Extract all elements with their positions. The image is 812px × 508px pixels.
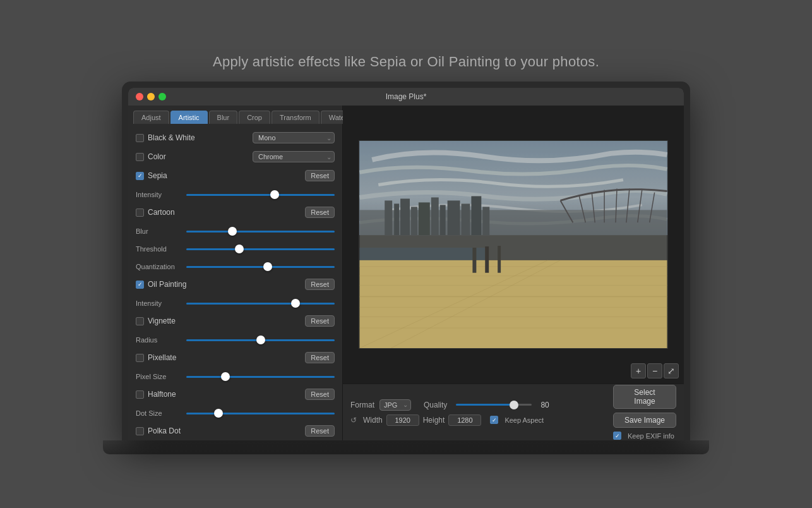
- cartoon-label: Cartoon: [148, 208, 305, 217]
- svg-rect-30: [359, 141, 667, 348]
- right-panel: + − ⤢ Format JPG PNG: [343, 106, 684, 440]
- sepia-intensity-slider[interactable]: [186, 194, 335, 196]
- zoom-fit-button[interactable]: ⤢: [664, 363, 679, 378]
- zoom-out-button[interactable]: −: [647, 363, 662, 378]
- halftone-reset-button[interactable]: Reset: [305, 389, 335, 400]
- oil-painting-intensity-row: Intensity: [136, 296, 335, 311]
- color-dropdown-wrap: Chrome Fade Instant Process Transfer: [253, 151, 335, 162]
- pixellate-reset-button[interactable]: Reset: [305, 352, 335, 363]
- quality-label: Quality: [424, 401, 447, 409]
- quality-value: 80: [540, 401, 553, 409]
- tab-artistic[interactable]: Artistic: [170, 111, 208, 124]
- vignette-checkbox[interactable]: [136, 317, 144, 325]
- black-white-row: Black & White Mono Noir Silver Tonal: [136, 130, 335, 145]
- halftone-label: Halftone: [148, 390, 305, 399]
- tab-transform[interactable]: Transform: [272, 111, 319, 124]
- oil-painting-label: Oil Painting: [148, 280, 305, 289]
- maximize-button[interactable]: [158, 93, 166, 100]
- cartoon-quantization-label: Quantization: [136, 263, 186, 270]
- tabs-bar: Adjust Artistic Blur Crop Transform Wate…: [128, 106, 342, 124]
- laptop-base: [103, 440, 709, 454]
- keep-aspect-checkbox[interactable]: [490, 416, 498, 424]
- height-label: Height: [423, 416, 445, 425]
- vignette-radius-slider[interactable]: [186, 339, 335, 341]
- black-white-checkbox[interactable]: [136, 134, 144, 142]
- polka-dot-checkbox[interactable]: [136, 427, 144, 435]
- vignette-row: Vignette Reset: [136, 313, 335, 329]
- bottom-left-controls: Format JPG PNG TIFF BMP Quality: [350, 399, 607, 426]
- oil-painting-reset-button[interactable]: Reset: [305, 279, 335, 290]
- cartoon-row: Cartoon Reset: [136, 205, 335, 220]
- minimize-button[interactable]: [147, 93, 155, 100]
- keep-exif-label: Keep EXIF info: [628, 432, 674, 440]
- cartoon-checkbox[interactable]: [136, 209, 144, 217]
- halftone-size-row: Dot Size: [136, 406, 335, 421]
- close-button[interactable]: [136, 93, 143, 100]
- pixellate-size-slider[interactable]: [186, 376, 335, 378]
- format-dropdown-wrap: JPG PNG TIFF BMP: [379, 399, 411, 411]
- vignette-radius-row: Radius: [136, 332, 335, 348]
- vignette-label: Vignette: [148, 317, 305, 325]
- black-white-dropdown-wrap: Mono Noir Silver Tonal: [253, 132, 335, 143]
- sepia-intensity-row: Intensity: [136, 187, 335, 202]
- image-area: + − ⤢: [343, 106, 684, 384]
- width-label: Width: [363, 416, 383, 425]
- quality-slider[interactable]: [456, 404, 532, 406]
- oil-painting-checkbox[interactable]: [136, 281, 144, 289]
- keep-exif-row: Keep EXIF info: [613, 432, 674, 440]
- bottom-bar: Format JPG PNG TIFF BMP Quality: [343, 384, 684, 440]
- oil-painting-intensity-slider[interactable]: [186, 303, 335, 305]
- sepia-row: Sepia Reset: [136, 168, 335, 183]
- black-white-dropdown[interactable]: Mono Noir Silver Tonal: [253, 132, 335, 143]
- art-photo: [359, 141, 667, 348]
- keep-aspect-row: Keep Aspect: [490, 416, 544, 424]
- cartoon-threshold-label: Threshold: [136, 245, 186, 253]
- refresh-icon[interactable]: ↺: [350, 416, 357, 425]
- headline: Apply artistic effects like Sepia or Oil…: [213, 54, 599, 70]
- pixellate-row: Pixellate Reset: [136, 350, 335, 365]
- halftone-checkbox[interactable]: [136, 390, 144, 399]
- window-controls: [136, 93, 166, 100]
- save-image-button[interactable]: Save Image: [613, 413, 676, 428]
- color-dropdown[interactable]: Chrome Fade Instant Process Transfer: [253, 151, 335, 162]
- pixellate-size-label: Pixel Size: [136, 373, 186, 380]
- polka-dot-label: Polka Dot: [148, 426, 305, 435]
- laptop-frame: Image Plus* Adjust Artistic Blur Crop Tr…: [122, 82, 690, 440]
- title-bar: Image Plus*: [128, 88, 684, 106]
- window-title: Image Plus*: [386, 92, 427, 101]
- color-row: Color Chrome Fade Instant Process Transf…: [136, 149, 335, 164]
- color-checkbox[interactable]: [136, 153, 144, 161]
- photo-wrapper: [359, 140, 668, 349]
- height-input[interactable]: [448, 414, 481, 426]
- sepia-reset-button[interactable]: Reset: [305, 170, 335, 181]
- oil-painting-row: Oil Painting Reset: [136, 277, 335, 292]
- format-dropdown[interactable]: JPG PNG TIFF BMP: [379, 399, 411, 411]
- sepia-checkbox[interactable]: [136, 172, 144, 180]
- vignette-reset-button[interactable]: Reset: [305, 315, 335, 327]
- polka-dot-row: Polka Dot Reset: [136, 423, 335, 438]
- keep-exif-checkbox[interactable]: [613, 432, 621, 440]
- polka-dot-reset-button[interactable]: Reset: [305, 425, 335, 437]
- cartoon-reset-button[interactable]: Reset: [305, 207, 335, 218]
- cartoon-threshold-slider[interactable]: [186, 248, 335, 250]
- oil-painting-intensity-label: Intensity: [136, 299, 186, 307]
- sepia-label: Sepia: [148, 171, 305, 180]
- select-image-button[interactable]: Select Image: [613, 385, 676, 409]
- tab-adjust[interactable]: Adjust: [133, 111, 169, 124]
- bottom-right-controls: Select Image Save Image Keep EXIF info: [613, 385, 676, 440]
- cartoon-blur-row: Blur: [136, 224, 335, 239]
- pixellate-checkbox[interactable]: [136, 354, 144, 362]
- cartoon-quantization-slider[interactable]: [186, 266, 335, 268]
- tab-blur[interactable]: Blur: [209, 111, 238, 124]
- vignette-radius-label: Radius: [136, 336, 186, 344]
- app-body: Adjust Artistic Blur Crop Transform Wate…: [128, 106, 684, 440]
- color-label: Color: [148, 152, 253, 161]
- zoom-in-button[interactable]: +: [631, 363, 646, 378]
- tab-crop[interactable]: Crop: [239, 111, 270, 124]
- laptop-screen: Image Plus* Adjust Artistic Blur Crop Tr…: [128, 88, 684, 440]
- halftone-dot-size-slider[interactable]: [186, 413, 335, 414]
- width-input[interactable]: [386, 414, 419, 426]
- pixellate-size-row: Pixel Size: [136, 369, 335, 384]
- keep-aspect-label: Keep Aspect: [505, 416, 544, 424]
- cartoon-blur-slider[interactable]: [186, 231, 335, 233]
